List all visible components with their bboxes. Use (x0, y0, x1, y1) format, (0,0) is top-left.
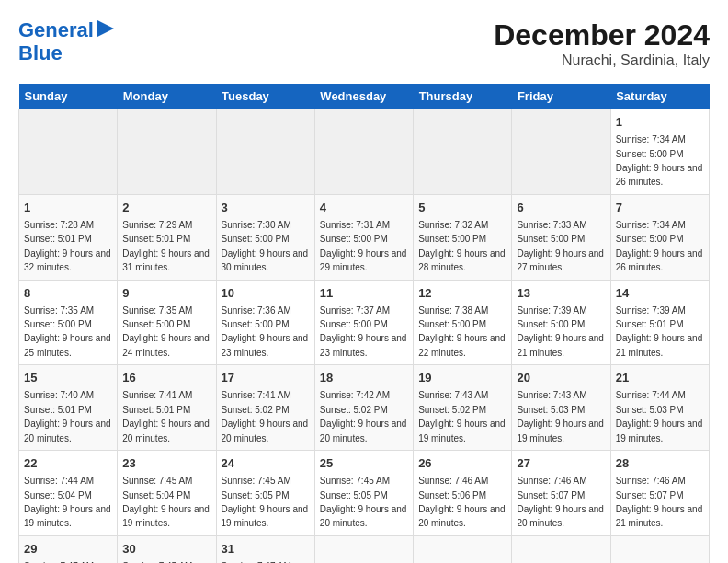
calendar-cell: 1 Sunrise: 7:28 AMSunset: 5:01 PMDayligh… (19, 194, 118, 280)
logo-text: General (18, 19, 94, 41)
day-number: 5 (418, 200, 506, 216)
calendar-cell: 2 Sunrise: 7:29 AMSunset: 5:01 PMDayligh… (118, 194, 216, 280)
day-info: Sunrise: 7:41 AMSunset: 5:02 PMDaylight:… (222, 390, 309, 442)
calendar-cell: 5 Sunrise: 7:32 AMSunset: 5:00 PMDayligh… (414, 194, 512, 280)
calendar-header-row: SundayMondayTuesdayWednesdayThursdayFrid… (19, 84, 710, 109)
calendar-cell: 11 Sunrise: 7:37 AMSunset: 5:00 PMDaylig… (314, 280, 413, 365)
calendar-cell (512, 109, 610, 195)
calendar-cell: 16 Sunrise: 7:41 AMSunset: 5:01 PMDaylig… (118, 365, 216, 451)
calendar-cell: 9 Sunrise: 7:35 AMSunset: 5:00 PMDayligh… (118, 280, 216, 365)
calendar-cell: 1 Sunrise: 7:34 AMSunset: 5:00 PMDayligh… (610, 109, 709, 195)
day-number: 8 (24, 285, 112, 302)
calendar-cell: 26 Sunrise: 7:46 AMSunset: 5:06 PMDaylig… (414, 451, 512, 536)
calendar-cell: 4 Sunrise: 7:31 AMSunset: 5:00 PMDayligh… (314, 194, 413, 280)
calendar-cell: 23 Sunrise: 7:45 AMSunset: 5:04 PMDaylig… (118, 451, 216, 536)
calendar-cell: 20 Sunrise: 7:43 AMSunset: 5:03 PMDaylig… (512, 365, 610, 451)
calendar-cell: 15 Sunrise: 7:40 AMSunset: 5:01 PMDaylig… (19, 365, 118, 451)
day-info: Sunrise: 7:34 AMSunset: 5:00 PMDaylight:… (616, 134, 703, 187)
calendar-cell (610, 535, 709, 563)
header-wednesday: Wednesday (314, 84, 413, 109)
day-info: Sunrise: 7:46 AMSunset: 5:07 PMDaylight:… (616, 476, 703, 528)
calendar-cell: 25 Sunrise: 7:45 AMSunset: 5:05 PMDaylig… (314, 451, 413, 536)
day-number: 16 (122, 370, 210, 386)
logo-arrow-icon (96, 18, 116, 39)
calendar-cell: 10 Sunrise: 7:36 AMSunset: 5:00 PMDaylig… (216, 280, 314, 365)
calendar-cell: 13 Sunrise: 7:39 AMSunset: 5:00 PMDaylig… (512, 280, 610, 365)
day-info: Sunrise: 7:36 AMSunset: 5:00 PMDaylight:… (222, 305, 309, 358)
calendar-cell (118, 109, 216, 195)
day-info: Sunrise: 7:39 AMSunset: 5:00 PMDaylight:… (517, 305, 604, 358)
day-info: Sunrise: 7:42 AMSunset: 5:02 PMDaylight:… (320, 390, 407, 442)
day-number: 19 (418, 370, 506, 386)
calendar-week-1: 1 Sunrise: 7:28 AMSunset: 5:01 PMDayligh… (19, 194, 710, 280)
day-number: 27 (517, 455, 605, 472)
day-number: 20 (517, 370, 605, 386)
day-info: Sunrise: 7:29 AMSunset: 5:01 PMDaylight:… (122, 220, 210, 272)
calendar-cell: 12 Sunrise: 7:38 AMSunset: 5:00 PMDaylig… (414, 280, 512, 365)
day-number: 23 (122, 455, 210, 472)
calendar-table: SundayMondayTuesdayWednesdayThursdayFrid… (18, 84, 710, 563)
calendar-cell: 17 Sunrise: 7:41 AMSunset: 5:02 PMDaylig… (216, 365, 314, 451)
day-info: Sunrise: 7:45 AMSunset: 5:05 PMDaylight:… (320, 476, 407, 528)
calendar-cell (314, 109, 413, 195)
calendar-cell: 27 Sunrise: 7:46 AMSunset: 5:07 PMDaylig… (512, 451, 610, 536)
day-number: 28 (616, 455, 704, 472)
logo: General Blue (18, 18, 116, 64)
day-number: 24 (222, 455, 310, 472)
header-saturday: Saturday (610, 84, 709, 109)
day-number: 1 (24, 200, 112, 216)
calendar-cell: 19 Sunrise: 7:43 AMSunset: 5:02 PMDaylig… (414, 365, 512, 451)
calendar-cell (414, 109, 512, 195)
day-info: Sunrise: 7:39 AMSunset: 5:01 PMDaylight:… (616, 305, 703, 358)
day-info: Sunrise: 7:28 AMSunset: 5:01 PMDaylight:… (24, 220, 111, 272)
page-header: General Blue December 2024 Nurachi, Sard… (18, 18, 710, 69)
calendar-cell: 24 Sunrise: 7:45 AMSunset: 5:05 PMDaylig… (216, 451, 314, 536)
header-thursday: Thursday (414, 84, 512, 109)
calendar-cell: 6 Sunrise: 7:33 AMSunset: 5:00 PMDayligh… (512, 194, 610, 280)
day-info: Sunrise: 7:44 AMSunset: 5:03 PMDaylight:… (616, 390, 703, 442)
calendar-cell: 18 Sunrise: 7:42 AMSunset: 5:02 PMDaylig… (314, 365, 413, 451)
calendar-cell: 31 Sunrise: 7:47 AMSunset: 5:10 PMDaylig… (216, 535, 314, 563)
day-number: 6 (517, 200, 605, 216)
title-section: December 2024 Nurachi, Sardinia, Italy (494, 18, 710, 69)
calendar-week-4: 22 Sunrise: 7:44 AMSunset: 5:04 PMDaylig… (19, 451, 710, 536)
day-number: 13 (517, 285, 605, 302)
calendar-cell: 8 Sunrise: 7:35 AMSunset: 5:00 PMDayligh… (19, 280, 118, 365)
calendar-subtitle: Nurachi, Sardinia, Italy (494, 52, 710, 69)
day-info: Sunrise: 7:46 AMSunset: 5:07 PMDaylight:… (517, 476, 604, 528)
day-info: Sunrise: 7:45 AMSunset: 5:04 PMDaylight:… (122, 476, 210, 528)
day-info: Sunrise: 7:35 AMSunset: 5:00 PMDaylight:… (122, 305, 210, 358)
day-number: 9 (122, 285, 210, 302)
day-number: 12 (418, 285, 506, 302)
day-info: Sunrise: 7:38 AMSunset: 5:00 PMDaylight:… (418, 305, 506, 358)
calendar-week-3: 15 Sunrise: 7:40 AMSunset: 5:01 PMDaylig… (19, 365, 710, 451)
day-number: 14 (616, 285, 704, 302)
calendar-cell: 3 Sunrise: 7:30 AMSunset: 5:00 PMDayligh… (216, 194, 314, 280)
day-number: 26 (418, 455, 506, 472)
calendar-cell (19, 109, 118, 195)
day-number: 29 (24, 541, 112, 557)
calendar-week-0: 1 Sunrise: 7:34 AMSunset: 5:00 PMDayligh… (19, 109, 710, 195)
day-number: 31 (222, 541, 310, 557)
calendar-cell: 14 Sunrise: 7:39 AMSunset: 5:01 PMDaylig… (610, 280, 709, 365)
day-number: 25 (320, 455, 408, 472)
day-info: Sunrise: 7:45 AMSunset: 5:05 PMDaylight:… (222, 476, 309, 528)
header-tuesday: Tuesday (216, 84, 314, 109)
day-info: Sunrise: 7:46 AMSunset: 5:06 PMDaylight:… (418, 476, 506, 528)
svg-marker-0 (97, 20, 114, 37)
day-info: Sunrise: 7:33 AMSunset: 5:00 PMDaylight:… (517, 220, 604, 272)
day-info: Sunrise: 7:34 AMSunset: 5:00 PMDaylight:… (616, 220, 703, 272)
day-number: 2 (122, 200, 210, 216)
calendar-cell (216, 109, 314, 195)
day-info: Sunrise: 7:30 AMSunset: 5:00 PMDaylight:… (222, 220, 309, 272)
calendar-title: December 2024 (494, 18, 710, 52)
day-info: Sunrise: 7:32 AMSunset: 5:00 PMDaylight:… (418, 220, 506, 272)
day-info: Sunrise: 7:37 AMSunset: 5:00 PMDaylight:… (320, 305, 407, 358)
calendar-week-5: 29 Sunrise: 7:47 AMSunset: 5:08 PMDaylig… (19, 535, 710, 563)
logo-text-2: Blue (18, 41, 63, 64)
day-info: Sunrise: 7:40 AMSunset: 5:01 PMDaylight:… (24, 390, 111, 442)
day-number: 3 (222, 200, 310, 216)
day-number: 21 (616, 370, 704, 386)
calendar-cell: 30 Sunrise: 7:47 AMSunset: 5:09 PMDaylig… (118, 535, 216, 563)
day-number: 18 (320, 370, 408, 386)
